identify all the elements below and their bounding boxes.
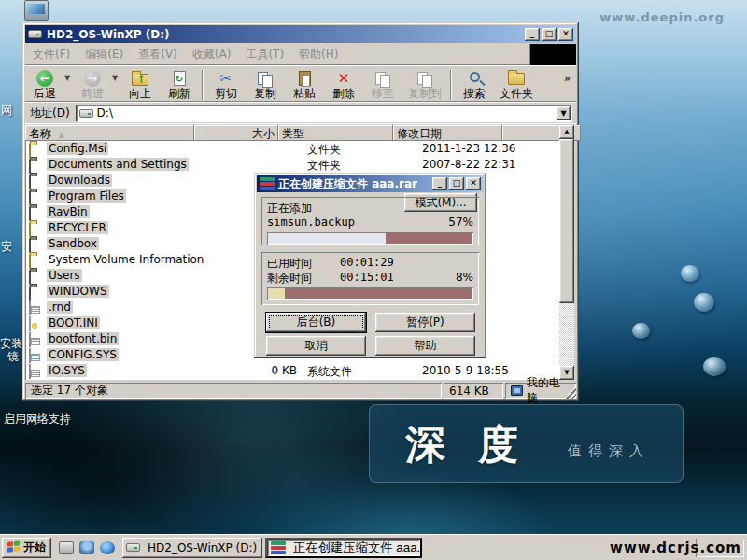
column-header-date[interactable]: 修改日期 [393,125,502,141]
explorer-titlebar[interactable]: HD2_OS-WinXP (D:) _ □ ✕ [25,25,576,43]
winrar-dialog: 正在创建压缩文件 aaa.rar _ □ ✕ 模式(M)... 正在添加 sim… [254,173,486,358]
help-button[interactable]: 帮助 [375,336,475,356]
minimize-button[interactable]: _ [432,177,447,190]
file-name[interactable]: bootfont.bin [47,332,119,345]
paste-button[interactable]: 粘贴 [285,68,324,100]
maximize-button[interactable]: □ [542,28,557,41]
background-button[interactable]: 后台(B) [266,313,366,332]
address-value: D:\ [97,106,113,119]
total-progress-fill [268,288,285,299]
user-icon[interactable] [79,541,94,554]
file-name[interactable]: Config.Msi [47,142,108,155]
scroll-up-icon[interactable]: ▲ [559,125,574,139]
winrar-titlebar[interactable]: 正在创建压缩文件 aaa.rar _ □ ✕ [257,175,484,192]
file-name[interactable]: Users [47,269,82,282]
maximize-button[interactable]: □ [449,177,464,190]
file-name[interactable]: RECYCLER [47,221,108,234]
vertical-scrollbar[interactable]: ▲ ▼ [559,125,574,380]
address-input[interactable]: D:\ ▼ [76,105,572,122]
menu-help[interactable]: 帮助(H) [291,44,345,65]
taskbar-button-explorer[interactable]: HD2_OS-WinXP (D:) [122,538,262,558]
cancel-button[interactable]: 取消 [266,336,366,356]
cut-button[interactable]: ✂ 剪切 [206,68,246,100]
water-droplet [694,293,714,312]
taskbar-button-winrar[interactable]: 正在创建压缩文件 aaa... [265,538,422,558]
toolbar-separator [202,70,204,100]
desktop-icon-label-fragment[interactable]: 网 [1,103,12,119]
internet-explorer-icon[interactable] [100,541,115,554]
menu-edit[interactable]: 编辑(E) [78,44,131,65]
desktop-icon-label-fragment[interactable]: 安 [1,239,12,255]
file-name[interactable]: WINDOWS [47,285,109,298]
file-name[interactable]: CONFIG.SYS [47,348,119,361]
menu-favorites[interactable]: 收藏(A) [185,44,239,65]
folder-icon [29,254,31,267]
adding-label: 正在添加 [267,201,473,216]
remaining-value: 00:15:01 [340,271,394,284]
file-name[interactable]: System Volume Information [47,253,205,266]
sort-ascending-icon: ▲ [59,131,64,139]
back-button[interactable]: ← 后退 [25,68,64,100]
file-row[interactable]: Config.Msi 文件夹 2011-1-23 12:36 [26,141,559,157]
system-file-icon [29,333,31,346]
refresh-icon: ↻ [160,69,199,88]
address-dropdown-icon[interactable]: ▼ [557,106,571,120]
menu-file[interactable]: 文件(F) [25,44,78,65]
forward-icon: → [73,69,112,88]
column-header-type[interactable]: 类型 [278,125,393,141]
file-name[interactable]: RavBin [47,205,90,218]
desktop-icon-label-network[interactable]: 启用网络支持 [4,412,71,427]
file-row[interactable]: Documents and Settings 文件夹 2007-8-22 22:… [26,157,559,173]
file-name[interactable]: IO.SYS [47,364,87,377]
start-button[interactable]: 开始 [2,538,51,558]
folders-button[interactable]: 文件夹 [494,68,539,100]
file-name[interactable]: Program Files [47,189,126,203]
file-row[interactable]: IO.SYS 0 KB 系统文件 2010-5-9 18:55 [26,363,559,379]
file-name[interactable]: Sandbox [47,237,99,250]
water-droplet [681,265,699,282]
menu-tools[interactable]: 工具(T) [238,44,291,65]
delete-x-icon: ✕ [324,69,363,88]
column-header-name[interactable]: 名称 ▲ [25,125,194,141]
file-name[interactable]: Documents and Settings [47,158,189,171]
file-name[interactable]: .rnd [47,301,73,314]
my-computer-desktop-icon[interactable] [24,0,49,21]
copy-button[interactable]: 复制 [246,68,285,100]
resize-grip[interactable] [564,386,576,399]
column-header-size[interactable]: 大小 [194,125,278,141]
file-percent: 57% [448,216,473,229]
folder-icon [29,190,31,203]
forward-dropdown-icon[interactable]: ▼ [112,68,120,82]
delete-button[interactable]: ✕ 删除 [324,68,363,100]
minimize-button[interactable]: _ [525,28,540,41]
scrollbar-thumb[interactable] [559,139,574,303]
window-title: HD2_OS-WinXP (D:) [47,28,169,41]
file-name[interactable]: BOOT.INI [47,316,100,329]
close-button[interactable]: ✕ [558,28,573,41]
pause-button[interactable]: 暂停(P) [375,313,475,332]
address-label: 地址(D) [25,105,76,121]
copy-to-button[interactable]: 复制到 [402,68,447,100]
move-to-button[interactable]: 移至 [363,68,402,100]
throbber-logo-box [529,44,576,65]
search-button[interactable]: 搜索 [455,68,494,100]
total-progress-panel: 已用时间 00:01:29 剩余时间 00:15:01 8% [261,252,479,305]
system-file-icon [29,301,31,315]
banner-subtitle: 值得深入 [568,442,650,460]
forward-button[interactable]: → 前进 [73,68,112,100]
menu-view[interactable]: 查看(V) [131,44,185,65]
up-button[interactable]: ↑ 向上 [120,68,160,100]
drive-icon [126,543,140,552]
show-desktop-icon[interactable] [59,541,74,554]
menu-bar: 文件(F) 编辑(E) 查看(V) 收藏(A) 工具(T) 帮助(H) [25,44,576,65]
file-name[interactable]: Downloads [47,174,112,187]
desktop-icon-label-fragment[interactable]: 镜 [7,349,19,365]
back-dropdown-icon[interactable]: ▼ [64,68,73,82]
back-icon: ← [25,69,64,88]
remaining-label: 剩余时间 [267,272,312,285]
toolbar-overflow-chevron[interactable]: » [564,68,576,85]
close-button[interactable]: ✕ [466,177,481,190]
refresh-button[interactable]: ↻ 刷新 [160,68,199,100]
copy-icon [246,69,285,88]
clipboard-icon [285,69,324,88]
